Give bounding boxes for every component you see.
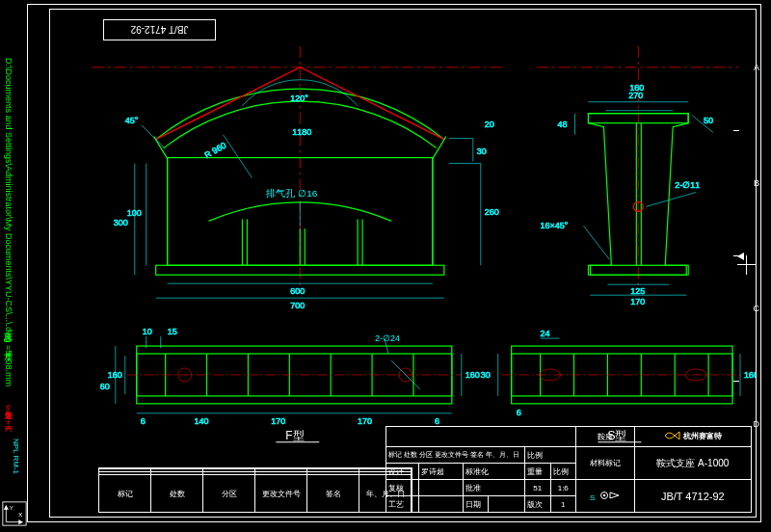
tolerance-note-1: 未注公差\n1.内±1 — [2, 405, 13, 431]
dim: 10 — [143, 327, 152, 336]
dim: 6 — [141, 416, 146, 426]
dim: 170 — [630, 297, 645, 306]
dim: 160 — [465, 370, 480, 380]
svg-text:X: X — [18, 512, 22, 518]
dim-dia: 1180 — [292, 127, 311, 137]
designer-name: 罗诗超 — [419, 464, 463, 480]
drawing-sheet-outer: A B C D JB/T 4712-92 — [27, 4, 761, 522]
dim: 260 — [485, 207, 499, 217]
svg-text:Y: Y — [10, 505, 13, 511]
dim: 160 — [108, 370, 122, 380]
scale-val: 1:6 — [550, 480, 576, 496]
material-header: 材料标记 — [576, 447, 635, 480]
dim: 140 — [195, 416, 209, 426]
svg-line-14 — [433, 137, 446, 159]
standard-ref: JB/T 4712-92 — [634, 480, 751, 513]
drawing-number: 鞍式支座 A-1000 — [634, 447, 751, 480]
projection-symbol-icon — [599, 491, 621, 500]
dim: 6 — [435, 416, 439, 426]
svg-marker-3 — [18, 519, 22, 524]
hole-note: 2-∅11 — [675, 180, 700, 190]
dim: 160 — [629, 83, 644, 93]
chamfer-note: 16×45° — [541, 221, 569, 230]
dim: 600 — [290, 286, 305, 296]
view-label-f: F型 — [285, 429, 304, 442]
cad-model-viewport[interactable]: D:\Documents and Settings\Administrator\… — [0, 0, 771, 532]
dim: 60 — [100, 382, 110, 391]
weight-val: 51 — [524, 480, 550, 496]
dim-angle: 120° — [290, 93, 308, 103]
dim: 20 — [485, 120, 494, 129]
file-path-text: D:\Documents and Settings\Administrator\… — [2, 58, 14, 386]
dim: 700 — [290, 301, 305, 310]
dim: 15 — [168, 327, 177, 336]
svg-point-86 — [602, 493, 605, 496]
dim: 170 — [271, 416, 285, 426]
drawing-sheet-inner: JB/T 4712-92 — [49, 9, 757, 518]
dim: 24 — [541, 329, 550, 338]
dim-angle: 45° — [125, 116, 139, 125]
svg-line-46 — [646, 192, 696, 206]
company-logo-icon — [663, 430, 680, 443]
svg-line-26 — [224, 135, 253, 178]
dim: 6 — [517, 408, 521, 417]
dim: 125 — [630, 286, 645, 296]
part-name: 鞍座 — [576, 427, 635, 447]
npl-note: NPL RM-1 — [12, 439, 20, 474]
dim: 30 — [477, 146, 487, 156]
left-margin-strip: D:\Documents and Settings\Administrator\… — [2, 0, 19, 532]
svg-line-11 — [156, 67, 301, 140]
company-cell: 杭州赛富特 — [634, 427, 751, 447]
dim: 170 — [358, 416, 372, 426]
vent-note: 排气孔 ∅16 — [266, 188, 317, 199]
dim-angle: 50 — [704, 116, 713, 125]
svg-marker-4 — [4, 505, 9, 509]
title-block: 鞍座 杭州赛富特 标记 处数 分区 更改文件号 签名 年、月、日 比例 材料标记 — [386, 426, 752, 513]
revision-grid: 标记 处数 分区 更改文件号 签名 年、月、日 — [98, 467, 412, 513]
svg-line-45 — [583, 226, 609, 259]
dim: 100 — [127, 208, 142, 218]
dim: 30 — [481, 370, 491, 380]
dim: 48 — [558, 120, 568, 129]
ucs-icon[interactable]: X Y — [2, 501, 27, 526]
hole-note: 2-∅24 — [375, 333, 400, 343]
dim: 300 — [114, 218, 128, 227]
dim: 160 — [744, 370, 756, 380]
svg-line-12 — [300, 67, 444, 140]
